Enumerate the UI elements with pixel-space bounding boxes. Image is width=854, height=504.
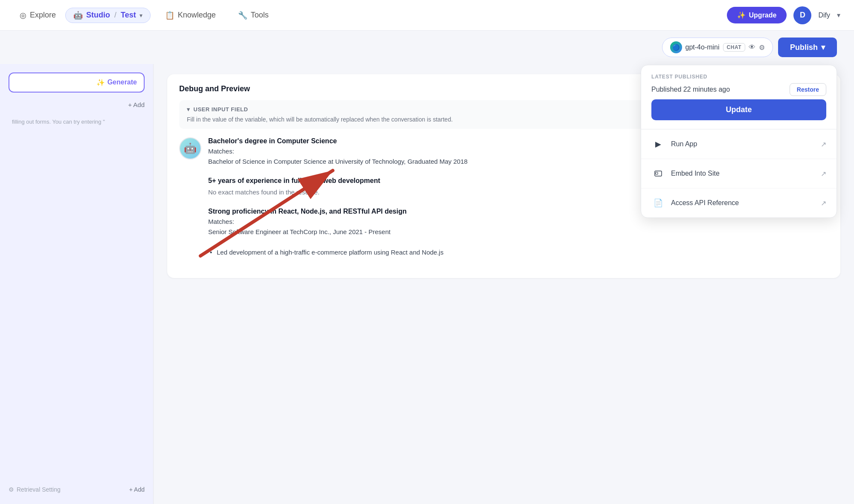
publish-chevron-icon: ▾ (821, 43, 825, 52)
chat-message-4: Led development of a high-traffic e-comm… (179, 247, 828, 258)
chevron-down-icon: ▾ (139, 12, 142, 19)
upgrade-label: Upgrade (749, 12, 777, 19)
api-reference-item[interactable]: 📄 Access API Reference ↗ (641, 188, 837, 217)
generate-label: Generate (107, 78, 137, 87)
api-icon: 📄 (651, 196, 665, 210)
retrieval-label-text: Retrieval Setting (17, 486, 61, 493)
upgrade-button[interactable]: ✨ Upgrade (727, 7, 787, 23)
generate-sparkle-icon: ✨ (96, 78, 105, 87)
published-row: Published 22 minutes ago Restore (651, 83, 826, 96)
run-app-item[interactable]: ▶ Run App ↗ (641, 129, 837, 159)
message-content-4: Led development of a high-traffic e-comm… (179, 247, 828, 258)
knowledge-icon: 📋 (165, 11, 174, 20)
studio-label: Studio (86, 11, 110, 20)
message-text-3: Senior Software Engineer at TechCorp Inc… (208, 227, 828, 237)
knowledge-nav-item[interactable]: 📋 Knowledge (157, 7, 224, 23)
bullet-item-1: Led development of a high-traffic e-comm… (208, 247, 828, 258)
run-app-icon: ▶ (651, 137, 665, 151)
user-chevron-icon[interactable]: ▾ (837, 11, 840, 19)
retrieval-settings-icon: ⚙ (9, 486, 14, 493)
add-label: + Add (128, 101, 145, 108)
avatar-initial: D (800, 11, 805, 20)
top-navigation: ◎ Explore 🤖 Studio / Test ▾ 📋 Knowledge … (0, 0, 854, 31)
add-button[interactable]: + Add (9, 99, 145, 110)
published-time: Published 22 minutes ago (651, 86, 730, 93)
tools-icon: 🔧 (238, 11, 247, 20)
upgrade-star-icon: ✨ (737, 11, 746, 19)
published-section: LATEST PUBLISHED Published 22 minutes ag… (641, 65, 837, 129)
studio-bot-icon: 🤖 (73, 11, 83, 20)
publish-dropdown: LATEST PUBLISHED Published 22 minutes ag… (641, 65, 837, 218)
user-name[interactable]: Dify (818, 12, 830, 19)
api-external-icon: ↗ (821, 199, 826, 207)
bot-avatar-1: 🤖 (179, 137, 201, 159)
chat-badge: CHAT (723, 43, 745, 52)
model-icon: 🔵 (670, 41, 682, 53)
retrieval-add-button[interactable]: + Add (129, 486, 145, 493)
user-avatar[interactable]: D (793, 6, 811, 24)
chevron-down-input-icon: ▾ (187, 106, 190, 113)
embed-external-icon: ↗ (821, 170, 826, 178)
explore-nav-item[interactable]: ◎ Explore (14, 7, 62, 23)
retrieval-label: ⚙ Retrieval Setting (9, 486, 61, 493)
model-name: gpt-4o-mini (686, 43, 720, 51)
embed-label: Embed Into Site (671, 170, 720, 177)
restore-button[interactable]: Restore (790, 83, 826, 96)
eye-icon: 👁 (749, 43, 755, 51)
knowledge-label: Knowledge (178, 11, 216, 20)
explore-label: Explore (30, 11, 56, 20)
studio-nav-pill[interactable]: 🤖 Studio / Test ▾ (65, 8, 151, 23)
api-label: Access API Reference (671, 199, 739, 207)
publish-label: Publish (790, 43, 818, 52)
message-label-3: Matches: (208, 218, 828, 225)
left-sidebar: ✨ Generate + Add filling out forms. You … (0, 64, 154, 504)
embed-icon (651, 167, 665, 180)
breadcrumb-slash: / (114, 11, 116, 20)
update-button[interactable]: Update (651, 99, 826, 120)
retrieval-row: ⚙ Retrieval Setting + Add (9, 483, 145, 496)
tools-label: Tools (251, 11, 269, 20)
publish-button[interactable]: Publish ▾ (778, 38, 837, 57)
tools-nav-item[interactable]: 🔧 Tools (230, 7, 276, 23)
user-input-label: USER INPUT FIELD (194, 106, 248, 113)
nav-right: ✨ Upgrade D Dify ▾ (727, 6, 840, 24)
run-app-label: Run App (671, 140, 697, 148)
model-selector[interactable]: 🔵 gpt-4o-mini CHAT 👁 ⚙ (662, 38, 773, 57)
nav-left: ◎ Explore 🤖 Studio / Test ▾ 📋 Knowledge … (14, 7, 727, 23)
sidebar-hint-text: filling out forms. You can try entering … (9, 117, 145, 127)
settings-icon: ⚙ (759, 43, 765, 52)
run-app-external-icon: ↗ (821, 140, 826, 148)
generate-button[interactable]: ✨ Generate (9, 72, 145, 93)
svg-rect-1 (656, 172, 658, 174)
latest-published-label: LATEST PUBLISHED (651, 74, 826, 80)
toolbar-row: 🔵 gpt-4o-mini CHAT 👁 ⚙ Publish ▾ LATEST … (0, 31, 854, 64)
explore-icon: ◎ (20, 11, 26, 20)
test-label: Test (121, 11, 136, 20)
embed-into-site-item[interactable]: Embed Into Site ↗ (641, 159, 837, 188)
